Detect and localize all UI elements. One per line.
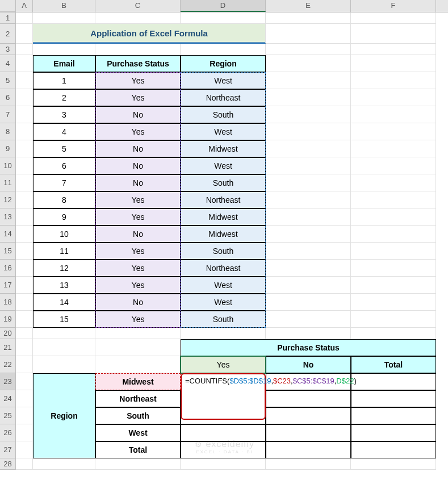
cell-A11[interactable] xyxy=(16,174,33,191)
table2-yes-header[interactable]: Yes xyxy=(181,356,266,373)
row-header-7[interactable]: 7 xyxy=(0,106,16,123)
cell-C28[interactable] xyxy=(95,458,181,470)
cell-E14[interactable] xyxy=(266,226,351,243)
table1-status-8[interactable]: Yes xyxy=(95,123,181,140)
row-header-25[interactable]: 25 xyxy=(0,407,16,424)
cell-E5[interactable] xyxy=(266,72,351,89)
table2-f25[interactable] xyxy=(351,407,436,424)
cell-A24[interactable] xyxy=(16,390,33,407)
table1-status-11[interactable]: No xyxy=(95,174,181,191)
cell-B3[interactable] xyxy=(33,44,95,55)
cell-E28[interactable] xyxy=(266,458,351,470)
row-header-16[interactable]: 16 xyxy=(0,260,16,277)
row-header-3[interactable]: 3 xyxy=(0,44,16,55)
cell-F11[interactable] xyxy=(351,174,436,191)
table2-row-header-4[interactable]: Total xyxy=(95,441,181,458)
table1-status-9[interactable]: No xyxy=(95,140,181,157)
cell-B21[interactable] xyxy=(33,339,95,356)
cell-F19[interactable] xyxy=(351,311,436,328)
table1-email-8[interactable]: 4 xyxy=(33,123,95,140)
cell-F15[interactable] xyxy=(351,243,436,260)
table1-region-12[interactable]: Northeast xyxy=(181,191,266,208)
cell-F6[interactable] xyxy=(351,89,436,106)
cell-A13[interactable] xyxy=(16,208,33,226)
table1-email-6[interactable]: 2 xyxy=(33,89,95,106)
table1-email-7[interactable]: 3 xyxy=(33,106,95,123)
cell-B1[interactable] xyxy=(33,12,95,24)
cell-A28[interactable] xyxy=(16,458,33,470)
row-header-9[interactable]: 9 xyxy=(0,140,16,157)
cell-E1[interactable] xyxy=(266,12,351,24)
cell-A23[interactable] xyxy=(16,373,33,390)
table2-d26[interactable] xyxy=(181,424,266,441)
row-header-26[interactable]: 26 xyxy=(0,424,16,441)
cell-E13[interactable] xyxy=(266,208,351,226)
cell-B22[interactable] xyxy=(33,356,95,373)
select-all-corner[interactable] xyxy=(0,0,16,12)
cell-B28[interactable] xyxy=(33,458,95,470)
cell-A22[interactable] xyxy=(16,356,33,373)
table2-e27[interactable] xyxy=(266,441,351,458)
cell-E19[interactable] xyxy=(266,311,351,328)
column-header-D[interactable]: D xyxy=(181,0,266,12)
cell-C3[interactable] xyxy=(95,44,181,55)
table1-region-17[interactable]: West xyxy=(181,277,266,294)
row-header-24[interactable]: 24 xyxy=(0,390,16,407)
row-header-20[interactable]: 20 xyxy=(0,328,16,339)
row-header-12[interactable]: 12 xyxy=(0,191,16,208)
cell-E7[interactable] xyxy=(266,106,351,123)
cell-D20[interactable] xyxy=(181,328,266,339)
cell-F3[interactable] xyxy=(351,44,436,55)
row-header-1[interactable]: 1 xyxy=(0,12,16,24)
table2-row-header-2[interactable]: South xyxy=(95,407,181,424)
row-header-4[interactable]: 4 xyxy=(0,55,16,72)
table2-e24[interactable] xyxy=(266,390,351,407)
cell-A20[interactable] xyxy=(16,328,33,339)
cell-A18[interactable] xyxy=(16,294,33,311)
table1-email-17[interactable]: 13 xyxy=(33,277,95,294)
cell-A3[interactable] xyxy=(16,44,33,55)
row-header-6[interactable]: 6 xyxy=(0,89,16,106)
column-header-F[interactable]: F xyxy=(351,0,436,12)
cell-D1[interactable] xyxy=(181,12,266,24)
table2-f23[interactable] xyxy=(351,373,436,390)
table1-email-5[interactable]: 1 xyxy=(33,72,95,89)
cell-E18[interactable] xyxy=(266,294,351,311)
table1-region-6[interactable]: Northeast xyxy=(181,89,266,106)
cell-A10[interactable] xyxy=(16,157,33,174)
cell-F14[interactable] xyxy=(351,226,436,243)
row-header-21[interactable]: 21 xyxy=(0,339,16,356)
cell-A1[interactable] xyxy=(16,12,33,24)
table1-email-16[interactable]: 12 xyxy=(33,260,95,277)
cell-E20[interactable] xyxy=(266,328,351,339)
cell-E2[interactable] xyxy=(266,24,351,44)
cell-F12[interactable] xyxy=(351,191,436,208)
cell-E8[interactable] xyxy=(266,123,351,140)
cell-A2[interactable] xyxy=(16,24,33,44)
cell-F20[interactable] xyxy=(351,328,436,339)
cell-A5[interactable] xyxy=(16,72,33,89)
table1-email-10[interactable]: 6 xyxy=(33,157,95,174)
table1-email-15[interactable]: 11 xyxy=(33,243,95,260)
cell-A14[interactable] xyxy=(16,226,33,243)
cell-A26[interactable] xyxy=(16,424,33,441)
table1-region-7[interactable]: South xyxy=(181,106,266,123)
row-header-19[interactable]: 19 xyxy=(0,311,16,328)
cell-F7[interactable] xyxy=(351,106,436,123)
table1-status-7[interactable]: No xyxy=(95,106,181,123)
row-header-14[interactable]: 14 xyxy=(0,226,16,243)
table1-email-13[interactable]: 9 xyxy=(33,208,95,226)
cell-A7[interactable] xyxy=(16,106,33,123)
row-header-5[interactable]: 5 xyxy=(0,72,16,89)
table1-email-19[interactable]: 15 xyxy=(33,311,95,328)
row-header-18[interactable]: 18 xyxy=(0,294,16,311)
table1-email-11[interactable]: 7 xyxy=(33,174,95,191)
table2-e26[interactable] xyxy=(266,424,351,441)
cell-D3[interactable] xyxy=(181,44,266,55)
table1-region-9[interactable]: Midwest xyxy=(181,140,266,157)
cell-A21[interactable] xyxy=(16,339,33,356)
cell-F8[interactable] xyxy=(351,123,436,140)
cell-E10[interactable] xyxy=(266,157,351,174)
table2-row-header-1[interactable]: Northeast xyxy=(95,390,181,407)
table1-status-13[interactable]: Yes xyxy=(95,208,181,226)
